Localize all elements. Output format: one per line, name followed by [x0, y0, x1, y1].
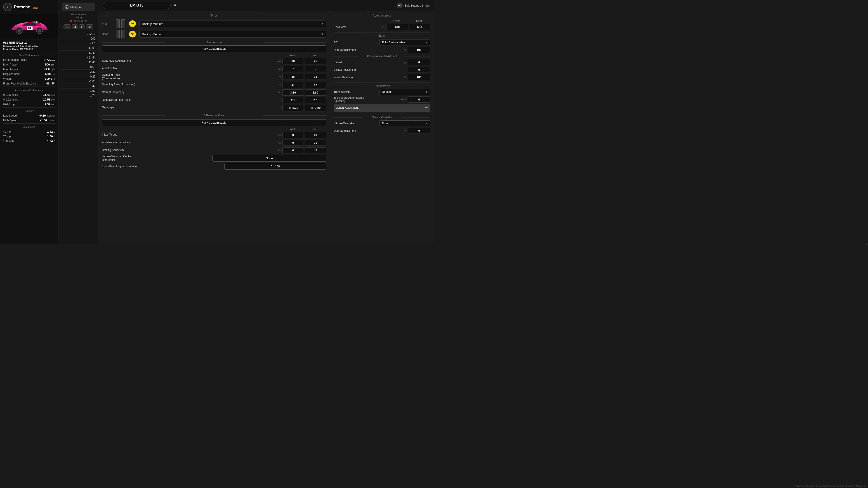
downforce-unit: Lv. — [382, 26, 385, 29]
torque-value: 49.8 kgfm — [44, 68, 55, 71]
anti-roll-row: Anti-Roll Bar Lv. 7 8 — [102, 66, 326, 72]
prev-button[interactable]: ◀ — [72, 24, 78, 29]
body-height-rear[interactable]: 75 — [305, 58, 326, 64]
downforce-rear[interactable]: 650 — [409, 24, 430, 30]
braking-sens-front[interactable]: 0 — [282, 147, 304, 153]
suspension-type: Fully Customisable — [102, 45, 326, 52]
history-dot-3[interactable] — [77, 20, 80, 22]
edit-settings-button[interactable]: ••• Edit Settings Sheet — [397, 2, 430, 8]
toe-angle-label: Toe Angle — [102, 106, 274, 109]
accel-sens-label: Acceleration Sensitivity — [102, 141, 274, 144]
history-dot-4[interactable] — [81, 20, 83, 22]
initial-torque-front[interactable]: 0 — [282, 132, 304, 138]
perf-adj-title: Performance Adjustment — [334, 55, 430, 58]
transmission-select[interactable]: Normal ▼ — [379, 89, 430, 95]
measure-val-10: -0.29 — [61, 74, 96, 79]
front-tyre-select[interactable]: Racing: Medium ▼ — [140, 21, 326, 27]
rear-tyre-icon2 — [121, 30, 125, 38]
top-speed-value[interactable]: 0 — [408, 96, 430, 103]
nat-freq-front[interactable]: 3.80 — [282, 90, 304, 96]
ecu-select[interactable]: Fully Customisable ▼ — [379, 39, 430, 45]
car-image-icon: 89 — [4, 17, 54, 37]
damping-comp-rear[interactable]: 34 — [305, 74, 326, 80]
damping-comp-unit: % — [274, 75, 281, 78]
q3-label: 62-93 mph — [3, 103, 16, 106]
toe-angle-row: Toe Angle ° ◀▶ 0.20 ◀▶ 0.20 — [102, 105, 326, 111]
power-restrictor-value[interactable]: 100 — [408, 74, 430, 80]
aero-front-col: Front — [385, 20, 408, 23]
damping-exp-row: Damping Ratio (Expansion) % 47 47 — [102, 82, 326, 88]
damping-exp-rear[interactable]: 47 — [305, 82, 326, 88]
body-height-label: Body Height Adjustment — [102, 59, 274, 63]
braking-sens-label: Braking Sensitivity — [102, 149, 274, 152]
stat-pp: Performance Points PP 722.19 — [0, 57, 59, 62]
q1-value: 11.48 sec. — [43, 93, 55, 96]
susp-rear-col: Rear — [303, 54, 326, 57]
damping-exp-unit: % — [274, 84, 281, 86]
nitrous-select[interactable]: None ▼ — [379, 121, 430, 126]
body-height-front[interactable]: 60 — [282, 58, 304, 64]
neg-camber-front[interactable]: 2.5 — [282, 97, 304, 103]
nitrous-output-value[interactable]: 0 — [408, 128, 430, 134]
anti-roll-rear[interactable]: 8 — [305, 66, 326, 72]
car-engine-detail: Engine Model M97/80-911 — [3, 48, 55, 51]
power-label: Max. Power — [3, 63, 18, 66]
transmission-type-row: Transmission Normal ▼ — [334, 89, 430, 95]
damping-exp-front[interactable]: 47 — [282, 82, 304, 88]
car-drivetrain-detail: Drivetrain MR / Aspiration NA — [3, 45, 55, 48]
high-speed-label: High Speed — [3, 119, 18, 122]
rear-tyre-row: Rear RM Racing: Medium — [102, 30, 326, 38]
stability-header: Stability — [0, 108, 59, 113]
svg-point-6 — [38, 29, 41, 32]
output-adj-value[interactable]: 100 — [408, 47, 430, 53]
rear-tyre-icon — [116, 30, 120, 38]
q3-value: 2.37 sec. — [45, 103, 55, 106]
neg-camber-unit: ° — [274, 99, 281, 101]
engine-label: Engine Model — [3, 48, 20, 51]
edit-settings-label: Edit Settings Sheet — [404, 4, 430, 7]
stat-q1: 0-0.25 miles 11.48 sec. — [0, 92, 59, 97]
ecu-type-row: ECU Fully Customisable ▼ — [334, 39, 430, 45]
accel-sens-front[interactable]: 0 — [282, 140, 304, 146]
power-restrictor-unit: % — [404, 76, 406, 78]
low-speed-label: Low Speed — [3, 114, 17, 117]
neg-camber-rear[interactable]: 2.5 — [305, 97, 326, 103]
car-header: P Porsche 🇩🇪 — [0, 0, 59, 14]
history-dot-2[interactable] — [74, 20, 76, 22]
rear-tyre-select[interactable]: Racing: Medium ▼ — [140, 31, 326, 37]
neg-camber-label: Negative Camber Angle — [102, 98, 274, 102]
toe-angle-front[interactable]: ◀▶ 0.20 — [282, 105, 304, 111]
left-panel: P Porsche 🇩🇪 — [0, 0, 59, 244]
nitrous-label: Nitrous/Overtake — [334, 122, 379, 125]
manual-adjustment-button[interactable]: Manual Adjustment ••• — [334, 104, 430, 111]
drivetrain-label: Drivetrain — [3, 45, 15, 48]
next-button[interactable]: ▶ — [79, 24, 85, 29]
braking-sens-rear[interactable]: 40 — [305, 147, 326, 153]
initial-torque-rear[interactable]: 10 — [305, 132, 326, 138]
diff-type: Fully Customisable — [102, 119, 326, 126]
nat-freq-rear[interactable]: 3.80 — [305, 90, 326, 96]
measure-button[interactable]: Measure — [62, 3, 95, 11]
downforce-front[interactable]: 400 — [386, 24, 408, 30]
damping-comp-front[interactable]: 36 — [282, 74, 304, 80]
ballast-pos-value[interactable]: 0 — [408, 67, 430, 73]
front-tyre-dropdown-icon: ▼ — [321, 22, 324, 25]
ballast-value[interactable]: 0 — [408, 59, 430, 65]
body-height-row: Body Height Adjustment mm 60 75 — [102, 58, 326, 64]
nitrous-dropdown-icon: ▼ — [425, 122, 428, 125]
anti-roll-front[interactable]: 7 — [282, 66, 304, 72]
history-dot-1[interactable] — [70, 20, 72, 22]
output-adj-label: Output Adjustment — [334, 48, 404, 52]
toe-angle-rear[interactable]: ◀▶ 0.20 — [305, 105, 326, 111]
ecu-title: ECU — [334, 34, 430, 37]
stat-displacement: Displacement 4,000 cc — [0, 72, 59, 76]
weight-value: 1,243 kg — [45, 77, 55, 80]
menu-icon-button[interactable]: ≡ — [174, 3, 176, 8]
nat-freq-row: Natural Frequency Hz 3.80 3.80 — [102, 89, 326, 96]
history-dot-5[interactable] — [85, 20, 87, 22]
measure-val-11: -1.00 — [61, 79, 96, 84]
differential-section: Differential Gear Fully Customisable Fro… — [102, 113, 326, 170]
accel-perf-header: Acceleration Performance — [0, 88, 59, 92]
accel-sens-rear[interactable]: 20 — [305, 140, 326, 146]
toe-front-arrow-icon: ◀▶ — [288, 107, 291, 109]
